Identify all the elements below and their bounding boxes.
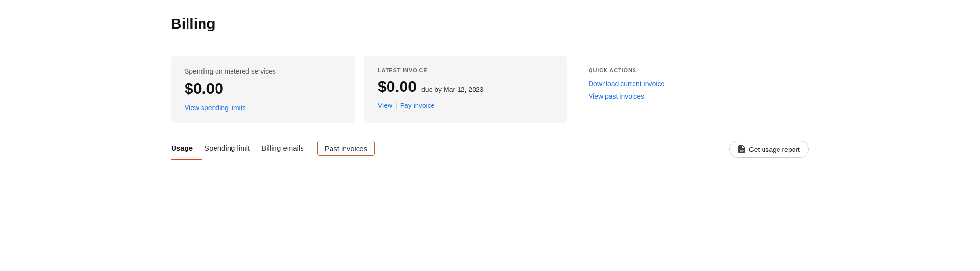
quick-actions-label: QUICK ACTIONS: [589, 67, 795, 73]
invoice-due-text: due by Mar 12, 2023: [421, 86, 483, 93]
tabs-row: Usage Spending limit Billing emails Past…: [171, 139, 809, 160]
document-icon: [738, 145, 745, 153]
invoice-separator: |: [395, 102, 397, 109]
tab-usage[interactable]: Usage: [171, 139, 202, 160]
invoice-card: LATEST INVOICE $0.00 due by Mar 12, 2023…: [364, 56, 567, 123]
invoice-amount: $0.00: [378, 78, 417, 96]
tabs-right: Get usage report: [729, 141, 809, 158]
tabs-left: Usage Spending limit Billing emails Past…: [171, 139, 375, 160]
view-spending-limits-link[interactable]: View spending limits: [185, 104, 246, 112]
view-invoice-link[interactable]: View: [378, 102, 392, 109]
invoice-section-label: LATEST INVOICE: [378, 67, 554, 73]
tab-billing-emails[interactable]: Billing emails: [259, 139, 314, 160]
spending-amount: $0.00: [185, 80, 341, 98]
download-current-invoice-link[interactable]: Download current invoice: [589, 80, 795, 88]
page-container: Billing Spending on metered services $0.…: [152, 0, 828, 160]
invoice-actions: View | Pay invoice: [378, 102, 554, 109]
tab-past-invoices[interactable]: Past invoices: [317, 141, 375, 156]
get-usage-report-button[interactable]: Get usage report: [729, 141, 809, 158]
pay-invoice-link[interactable]: Pay invoice: [400, 102, 435, 109]
cards-row: Spending on metered services $0.00 View …: [171, 56, 809, 123]
page-title: Billing: [171, 15, 809, 32]
spending-card-label: Spending on metered services: [185, 67, 341, 75]
tab-spending-limit[interactable]: Spending limit: [202, 139, 259, 160]
invoice-amount-row: $0.00 due by Mar 12, 2023: [378, 78, 554, 96]
spending-card: Spending on metered services $0.00 View …: [171, 56, 355, 123]
top-divider: [171, 44, 809, 44]
quick-actions-card: QUICK ACTIONS Download current invoice V…: [577, 56, 809, 123]
view-past-invoices-link[interactable]: View past invoices: [589, 92, 795, 100]
